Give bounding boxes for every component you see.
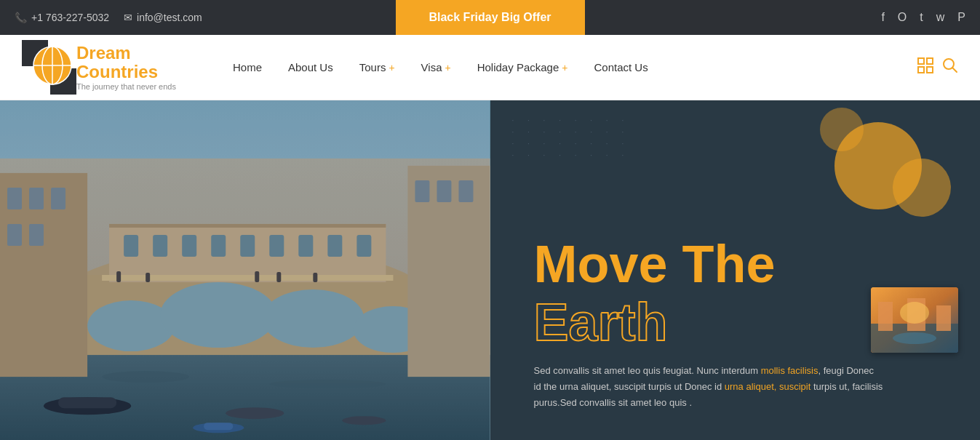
logo-dream: Dream (76, 44, 176, 63)
social-links: f O t w P (881, 11, 965, 24)
hero-content-right: · · · · · · · · · · · · · · · · · · · · … (490, 100, 981, 440)
nav-about-label: About Us (288, 61, 333, 73)
visa-plus-icon: + (445, 62, 451, 73)
svg-rect-9 (918, 67, 924, 73)
top-bar: 📞 +1 763-227-5032 ✉ info@test.com Black … (0, 0, 980, 35)
nav-bar: Dream Countries The journey that never e… (0, 35, 980, 100)
email-contact[interactable]: ✉ info@test.com (124, 12, 202, 23)
hero-description: Sed convallis sit amet leo quis feugiat.… (534, 363, 883, 411)
svg-rect-8 (927, 58, 933, 64)
twitter-icon[interactable]: t (920, 11, 923, 24)
top-bar-contacts: 📞 +1 763-227-5032 ✉ info@test.com (15, 12, 202, 23)
nav-tours-label: Tours (359, 61, 386, 73)
nav-visa-label: Visa (421, 61, 442, 73)
nav-about[interactable]: About Us (275, 35, 346, 100)
hero-image-left (0, 100, 490, 440)
logo-tagline: The journey that never ends (76, 82, 176, 91)
logo[interactable]: Dream Countries The journey that never e… (22, 40, 176, 95)
search-icon[interactable] (942, 57, 958, 77)
svg-line-12 (952, 68, 957, 72)
svg-rect-61 (878, 302, 893, 331)
tours-plus-icon: + (389, 62, 394, 73)
svg-point-60 (893, 332, 936, 344)
offer-text: Black Friday Big Offer (429, 11, 551, 24)
logo-text: Dream Countries The journey that never e… (76, 44, 176, 91)
hero-desc-link2[interactable]: urna aliquet, suscipit (725, 381, 811, 392)
nav-contact[interactable]: Contact Us (581, 35, 661, 100)
nav-links: Home About Us Tours + Visa + Holiday Pac… (220, 35, 917, 100)
email-icon: ✉ (124, 12, 132, 23)
hero-section: · · · · · · · · · · · · · · · · · · · · … (0, 100, 980, 440)
hero-title-line1: Move The (534, 236, 944, 293)
nav-home[interactable]: Home (220, 35, 275, 100)
nav-holiday[interactable]: Holiday Package + (464, 35, 581, 100)
grid-icon[interactable] (917, 57, 933, 77)
email-address: info@test.com (137, 12, 202, 23)
holiday-plus-icon: + (562, 62, 567, 73)
whatsapp-icon[interactable]: w (936, 11, 945, 24)
phone-icon: 📞 (15, 12, 27, 23)
svg-point-64 (900, 302, 929, 324)
deco-circle-2 (893, 159, 951, 217)
nav-visa[interactable]: Visa + (408, 35, 464, 100)
nav-contact-label: Contact Us (594, 61, 648, 73)
svg-rect-7 (918, 58, 924, 64)
svg-rect-57 (0, 100, 490, 440)
logo-icon (22, 40, 76, 95)
phone-number: +1 763-227-5032 (31, 12, 109, 23)
offer-banner[interactable]: Black Friday Big Offer (396, 0, 585, 35)
nav-holiday-label: Holiday Package (477, 61, 559, 73)
svg-rect-63 (936, 305, 951, 331)
nav-action-icons (917, 57, 958, 77)
svg-rect-10 (927, 67, 933, 73)
thumbnail-image (871, 287, 958, 353)
pinterest-icon[interactable]: P (957, 11, 965, 24)
deco-dots: · · · · · · · · · · · · · · · · · · · · … (512, 115, 630, 161)
venice-scene (0, 100, 490, 440)
logo-countries: Countries (76, 63, 176, 81)
hero-thumbnail (871, 287, 958, 353)
facebook-icon[interactable]: f (881, 11, 884, 24)
phone-contact[interactable]: 📞 +1 763-227-5032 (15, 12, 109, 23)
nav-tours[interactable]: Tours + (346, 35, 408, 100)
deco-circle-3 (820, 108, 864, 151)
hero-desc-link1[interactable]: mollis facilisis (761, 365, 818, 376)
instagram-icon[interactable]: O (898, 11, 907, 24)
nav-home-label: Home (233, 61, 262, 73)
